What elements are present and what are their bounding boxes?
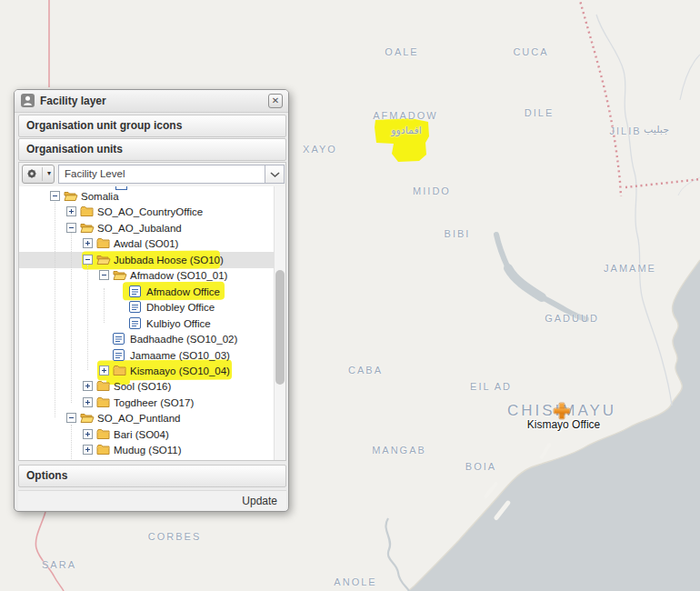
wetland — [508, 268, 542, 297]
river-tributary — [680, 55, 700, 100]
org-unit-leaf-icon — [129, 285, 141, 297]
facility-level-combobox[interactable]: Facility Level — [58, 165, 265, 184]
folder-icon — [96, 444, 110, 456]
river-anole — [385, 518, 409, 591]
map-label: جبليب — [644, 124, 669, 135]
tree-node-label: Mudug (SO11) — [114, 444, 182, 456]
map-label: JILIB — [609, 125, 641, 136]
collapse-minus-icon[interactable] — [83, 255, 93, 265]
collapse-minus-icon[interactable] — [50, 191, 60, 201]
expand-plus-icon[interactable] — [99, 366, 109, 376]
org-unit-tree: SomaliaSO_AO_CountryOfficeSO_AO_Jubaland… — [19, 186, 285, 460]
update-button[interactable]: Update — [242, 491, 277, 511]
tree-node-bari-so04-[interactable]: Bari (SO04) — [19, 426, 275, 442]
tree-node-jamaame-so10-03-[interactable]: Jamaame (SO10_03) — [19, 347, 275, 363]
tree-node-so-ao-countryoffice[interactable]: SO_AO_CountryOffice — [19, 204, 275, 219]
scrollbar-thumb[interactable] — [275, 270, 285, 385]
folder-open-icon — [80, 222, 95, 234]
tree-node-somalia[interactable]: Somalia — [19, 188, 275, 204]
tree-node-label: SO_AO_Jubaland — [97, 222, 182, 235]
map-label: MIIDO — [413, 185, 451, 196]
expand-plus-icon[interactable] — [83, 381, 93, 391]
marker-bar — [555, 409, 570, 414]
collapse-minus-icon[interactable] — [66, 413, 76, 423]
org-unit-leaf-icon — [113, 333, 125, 345]
button-separator — [42, 167, 43, 181]
map-label: CABA — [348, 365, 383, 376]
org-unit-leaf-icon — [113, 349, 125, 361]
map-label: XAYO — [303, 144, 337, 155]
org-units-panel: ▾ Facility Level — [18, 162, 286, 461]
tree-node-label: Dhobley Office — [146, 301, 215, 314]
org-units-toolbar: ▾ Facility Level — [19, 163, 285, 187]
tree-scrollbar[interactable] — [274, 186, 285, 460]
dialog-footer: Update — [18, 490, 286, 510]
map-label: DILE — [525, 107, 554, 118]
tree-node-label: Togdheer (SO17) — [114, 396, 194, 409]
tree-node-afmadow-office[interactable]: Afmadow Office — [19, 284, 275, 299]
tree-node-label: Badhaadhe (SO10_02) — [130, 333, 237, 346]
collapse-minus-icon[interactable] — [99, 270, 109, 280]
folder-icon — [96, 380, 110, 392]
settings-split-button[interactable]: ▾ — [22, 165, 55, 184]
tree-node-label: Bari (SO04) — [114, 428, 169, 441]
expand-plus-icon[interactable] — [83, 429, 93, 439]
tree-node-label: Afmadow (SO10_01) — [130, 269, 227, 282]
app-screenshot: OALECUCADILEAFMADOWافمادووJILIBجبليبXAYO… — [0, 0, 700, 591]
folder-icon — [96, 396, 110, 408]
expand-plus-icon[interactable] — [83, 238, 93, 248]
kismayo-office-marker[interactable] — [555, 404, 570, 419]
tree-node-mudug-so11-[interactable]: Mudug (SO11) — [19, 442, 275, 457]
tree-node-label: Kismaayo (SO10_04) — [130, 365, 230, 377]
tree-node-nugaal-so12-[interactable]: Nugaal (SO12) — [19, 458, 275, 460]
map-label: CORBES — [148, 531, 201, 542]
tree-node-kulbiyo-office[interactable]: Kulbiyo Office — [19, 316, 275, 331]
map-label: SARA — [42, 559, 76, 570]
tree-node-label: Jubbada Hoose (SO10) — [114, 254, 224, 266]
islet — [484, 481, 499, 499]
chevron-down-icon — [270, 172, 280, 178]
tree-node-sool-so16-[interactable]: Sool (SO16) — [19, 378, 275, 394]
map-label: Kismayo Office — [527, 418, 600, 431]
tree-node-label: SO_AO_Puntland — [97, 412, 180, 425]
tree-node-jubbada-hoose-so10-[interactable]: Jubbada Hoose (SO10) — [19, 252, 275, 267]
folder-icon — [80, 205, 94, 217]
expand-plus-icon[interactable] — [83, 397, 93, 407]
expand-plus-icon[interactable] — [66, 206, 76, 216]
folder-open-icon — [80, 412, 95, 424]
tree-node-afmadow-so10-01-[interactable]: Afmadow (SO10_01) — [19, 267, 275, 283]
folder-icon — [96, 428, 110, 440]
map-label: OALE — [385, 46, 418, 57]
section-header-org-units[interactable]: Organisation units — [18, 138, 286, 161]
section-header-options[interactable]: Options — [18, 465, 286, 487]
tree-node-so-ao-puntland[interactable]: SO_AO_Puntland — [19, 410, 275, 426]
tree-node-label: Awdal (SO01) — [114, 237, 178, 250]
section-header-group-icons[interactable]: Organisation unit group icons — [18, 115, 286, 137]
tree-node-kismaayo-so10-04-[interactable]: Kismaayo (SO10_04) — [19, 363, 275, 378]
collapse-minus-icon[interactable] — [66, 223, 76, 233]
islet — [539, 442, 552, 459]
map-label: JAMAME — [604, 263, 656, 274]
org-unit-leaf-icon — [129, 317, 141, 329]
tree-node-togdheer-so17-[interactable]: Togdheer (SO17) — [19, 395, 275, 410]
org-unit-leaf-icon — [129, 301, 141, 313]
tree-node-so-ao-jubaland[interactable]: SO_AO_Jubaland — [19, 220, 275, 235]
tree-node-label: Kulbiyo Office — [146, 317, 211, 330]
boundary-dotted — [579, 0, 621, 196]
tree-node-label: Afmadow Office — [146, 285, 220, 298]
map-label: AFMADOW — [373, 110, 437, 121]
folder-open-icon — [96, 254, 111, 265]
expand-plus-icon[interactable] — [83, 445, 93, 455]
tree-node-dhobley-office[interactable]: Dhobley Office — [19, 299, 275, 315]
facility-layer-dialog: Facility layer ✕ Organisation unit group… — [14, 89, 289, 512]
map-label: MANGAB — [372, 445, 426, 456]
folder-open-icon — [113, 269, 127, 281]
tree-node-badhaadhe-so10-02-[interactable]: Badhaadhe (SO10_02) — [19, 331, 275, 346]
map-label: CUCA — [513, 46, 548, 57]
tree-node-awdal-so01-[interactable]: Awdal (SO01) — [19, 235, 275, 251]
close-icon[interactable]: ✕ — [268, 94, 283, 108]
combobox-trigger[interactable] — [265, 165, 285, 184]
map-label: BIBI — [445, 228, 471, 239]
chevron-down-icon: ▾ — [47, 169, 51, 177]
dialog-titlebar[interactable]: Facility layer ✕ — [15, 90, 288, 113]
